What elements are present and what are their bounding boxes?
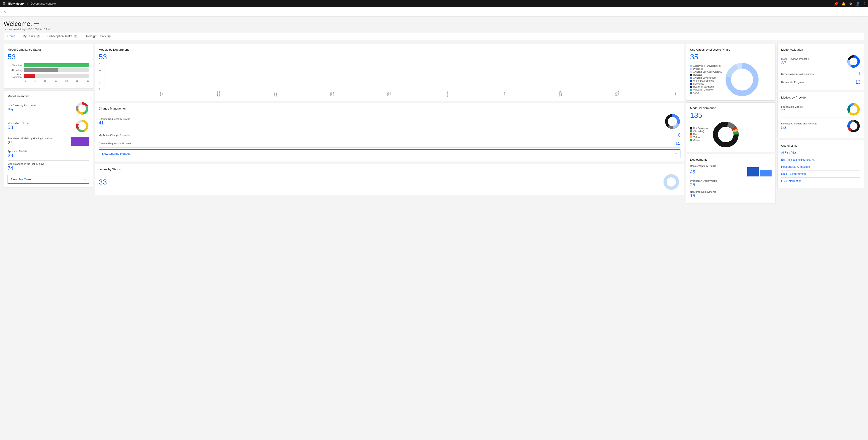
legend-green: Green (690, 139, 709, 142)
validation-title: Model Validation (781, 48, 861, 51)
useful-links-card: Useful Links AI Risk Atlas EU Artificial… (777, 140, 864, 188)
model-inventory-card: Model Inventory Use Cases by Risk Level … (4, 90, 93, 187)
inventory-hosting: Foundation Models by Hosting Location 21 (7, 135, 89, 148)
deploy-status-value: 45 (690, 169, 695, 175)
help-icon[interactable]: ? (863, 2, 865, 5)
column-2: Models by Department 53 20 15 10 5 0 (95, 44, 684, 204)
issues-content: 33 (99, 173, 680, 191)
legend-red: Red (690, 133, 709, 136)
reviews-status-value: 37 (781, 60, 810, 65)
change-req-donut (664, 113, 680, 129)
bar-fill-novalue (24, 68, 58, 72)
tab-subscription-tasks[interactable]: Subscription Tasks 0 (44, 33, 81, 40)
link-sr117[interactable]: SR 11-7 Information (781, 171, 861, 178)
xlabel-finance: Finance (393, 91, 448, 97)
link-ai-risk-atlas[interactable]: AI Risk Atlas (781, 149, 861, 156)
bar-fill-compliant (24, 63, 89, 67)
link-responsible-ai[interactable]: Responsible AI Institute (781, 164, 861, 171)
hamburger-icon[interactable]: ☰ (3, 2, 6, 5)
xlabel-hr: Human Resources (164, 91, 220, 97)
pin-icon[interactable]: 📌 (834, 2, 838, 5)
inventory-title: Model Inventory (7, 94, 89, 98)
inventory-risk-level: Use Cases by Risk Level 35 (7, 100, 89, 117)
deploy-status-content: 45 (690, 167, 772, 176)
bar-track-compliant (24, 63, 89, 67)
home-icon[interactable]: ⌂ (4, 10, 6, 14)
compliance-count: 53 (7, 53, 89, 60)
topnav-left: ☰ IBM watsonx | Governance console (3, 2, 56, 5)
new-change-request-button[interactable]: New Change Request + (99, 149, 680, 158)
lifecycle-content: Approved for Development Proposed Awaiti… (690, 62, 772, 97)
dashboard-grid: Model Compliance Status 53 Compliant (No… (4, 44, 864, 204)
developed-value: 53 (781, 125, 817, 130)
xlabel-corpcr: Corporate Credit Risk (564, 91, 619, 97)
issues-count: 33 (99, 178, 107, 186)
top-navigation: ☰ IBM watsonx | Governance console 📌 🔔 ⚙… (0, 0, 868, 7)
in-progress-label: Reviews in Progress (781, 81, 804, 84)
active-change-req-row: My Active Change Requests 0 (99, 131, 680, 139)
xlabel-ops: Operations (450, 91, 505, 97)
in-progress-value: 13 (856, 80, 861, 85)
new-use-case-button[interactable]: New Use Case + (7, 175, 89, 183)
xlabel-other: Other (621, 91, 676, 97)
tab-my-tasks[interactable]: My Tasks 2 (19, 33, 44, 40)
awaiting-assignment-row: Reviews Awaiting Assignment 1 (781, 70, 861, 78)
perf-legend: Not Determined (No Value) Red Yellow Gre… (690, 127, 709, 142)
link-e23[interactable]: E-23 Information (781, 178, 861, 184)
topnav-right: 📌 🔔 ⚙ 👤 ? (834, 2, 865, 5)
risk-tier-value: 53 (7, 124, 30, 130)
perf-donut (712, 121, 740, 148)
inventory-recent: Models added in the last 30 days 74 (7, 160, 89, 173)
approved-label: Approved Models (7, 150, 27, 153)
recent-label: Models added in the last 30 days (7, 163, 44, 165)
provider-title: Models by Provider (781, 96, 861, 99)
risk-tier-label: Models by Risk Tier (7, 122, 30, 124)
dept-title: Models by Department (99, 48, 680, 51)
change-management-card: Change Management Change Requests by Sta… (95, 103, 684, 162)
risk-tier-donut (75, 119, 89, 133)
developed-donut (847, 119, 861, 133)
page-header: Welcome, Last successful login 12/3/2024… (4, 20, 864, 31)
awaiting-assign-label: Reviews Awaiting Assignment (781, 72, 814, 76)
page-options-icon[interactable]: ⋮ (861, 21, 864, 25)
tabs-bar: Home My Tasks 2 Subscription Tasks 0 Ove… (4, 33, 864, 40)
deployments-card: Deployments Deployments by Status 45 Pro… (686, 154, 775, 204)
perf-content: Not Determined (No Value) Red Yellow Gre… (690, 121, 772, 148)
reviews-status-label: Model Reviews by Status (781, 58, 810, 60)
legend-other: Other (690, 91, 722, 94)
useful-links-title: Useful Links (781, 144, 861, 147)
bars-container (106, 62, 678, 90)
model-compliance-card: Model Compliance Status 53 Compliant (No… (4, 44, 93, 89)
lifecycle-title: Use Cases by Lifecycle Phase (690, 48, 772, 51)
header-bar: ⌂ (0, 7, 868, 17)
bell-icon[interactable]: 🔔 (842, 2, 845, 5)
perf-title: Model Performance (690, 106, 772, 110)
lifecycle-donut (725, 62, 759, 97)
deploy-bars (747, 167, 772, 176)
link-eu-ai-act[interactable]: EU Artificial Intelligence Act (781, 156, 861, 164)
tab-home[interactable]: Home (4, 33, 19, 40)
xlabel-marketrisk: Market Risk (221, 91, 277, 97)
legend-proposed: Proposed (690, 68, 722, 70)
hosting-value: 21 (7, 140, 52, 146)
developed-label: Developed Models and Prompts (781, 122, 817, 125)
inventory-approved: Approved Models 29 (7, 148, 89, 160)
tab-oversight-tasks[interactable]: Oversight Tasks 0 (81, 33, 114, 40)
hosting-label: Foundation Models by Hosting Location (7, 137, 52, 140)
settings-icon[interactable]: ⚙ (849, 2, 852, 5)
foundation-value: 21 (781, 108, 803, 113)
bar-row-noncompliant: Non-compliant (7, 74, 89, 78)
prod-deploy-value: 25 (690, 182, 772, 187)
user-icon[interactable]: 👤 (856, 2, 860, 5)
active-change-req-label: My Active Change Requests (99, 134, 130, 137)
user-name-badge (34, 23, 39, 24)
xlabel-novalue: (No Value) (107, 91, 163, 97)
risk-level-value: 35 (7, 107, 35, 113)
prod-deploy-label: Production Deployments (690, 179, 772, 182)
new-use-case-icon: + (84, 178, 86, 181)
bar-label-compliant: Compliant (7, 64, 24, 66)
issues-by-status-card: Issues by Status 33 (95, 164, 684, 195)
legend-yellow: Yellow (690, 136, 709, 139)
legend-not-determined: Not Determined (690, 127, 709, 130)
last-login-text: Last successful login 12/3/2024, 6:18 PM (4, 28, 50, 31)
